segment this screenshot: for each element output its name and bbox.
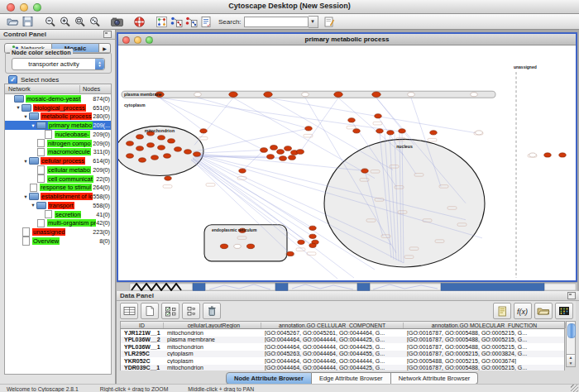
gene-node[interactable] (334, 92, 342, 97)
import-attributes-icon[interactable] (534, 303, 553, 319)
scroll-up-icon[interactable]: ▲ (569, 355, 573, 361)
empty-node[interactable] (529, 153, 536, 157)
column-header-3[interactable]: annotation.GO MOLECULAR_FUNCTION (404, 323, 566, 328)
table-row[interactable]: YKR052Ccytoplasm[GO:0044464, GO:0044446,… (121, 357, 564, 365)
tree-item-biological-process[interactable]: ▼biological_process651(0) (5, 103, 111, 112)
help-icon[interactable] (132, 15, 146, 29)
chevron-down-icon[interactable]: ▼ (309, 16, 318, 28)
gene-node[interactable] (270, 146, 278, 151)
gene-node[interactable] (298, 240, 304, 244)
gene-node[interactable] (168, 139, 175, 143)
column-header-1[interactable]: _cellularLayoutRegion (164, 323, 261, 328)
edge[interactable] (194, 98, 233, 145)
zoom-out-icon[interactable] (42, 15, 57, 29)
gene-node[interactable] (136, 146, 144, 151)
empty-node[interactable] (234, 244, 241, 248)
gene-node[interactable] (246, 244, 254, 249)
gene-node[interactable] (175, 147, 182, 151)
disclosure-triangle-icon[interactable]: ▼ (30, 123, 36, 128)
zoom-selected-icon[interactable] (87, 15, 102, 29)
import-edge-attributes-icon[interactable] (184, 15, 199, 29)
gene-node[interactable] (285, 146, 292, 151)
table-row[interactable]: YPL036W__2plasma membrane[GO:0044464, GO… (121, 337, 564, 344)
network-view-titlebar[interactable]: primary metabolic process (118, 34, 576, 45)
gene-node[interactable] (165, 176, 171, 180)
search-options-icon[interactable] (322, 15, 337, 29)
select-attributes-icon[interactable] (161, 303, 179, 319)
scrollbar-arrows[interactable]: ▲▼ (566, 354, 576, 367)
resize-grip[interactable] (571, 385, 578, 392)
gene-node[interactable] (559, 153, 566, 157)
delete-attribute-icon[interactable] (203, 303, 221, 319)
column-header-0[interactable]: ID (121, 323, 164, 328)
tree-item-establishment-of-lo[interactable]: ▼establishment of lo558(0) (5, 192, 111, 201)
edge[interactable] (300, 98, 338, 151)
disclosure-triangle-icon[interactable]: ▼ (15, 105, 22, 110)
gene-node[interactable] (372, 92, 380, 97)
tree-item-multi-organism-pro[interactable]: multi-organism pro42(0) (5, 219, 111, 228)
tree-item-secretion[interactable]: secretion41(0) (5, 210, 111, 219)
gene-node[interactable] (239, 169, 246, 173)
gene-node[interactable] (309, 226, 316, 230)
tree-item-cell-communicat[interactable]: cell communicat22(0) (5, 174, 111, 184)
gene-node[interactable] (430, 131, 437, 135)
gene-node[interactable] (375, 114, 381, 118)
edge[interactable] (160, 98, 402, 131)
tree-item-transport[interactable]: ▼transport558(0) (5, 201, 111, 210)
disclosure-triangle-icon[interactable]: ▼ (22, 159, 29, 164)
tree-item-nitrogen-compo[interactable]: nitrogen compo209(0) (5, 139, 111, 148)
gene-node[interactable] (164, 154, 171, 158)
gene-node[interactable] (267, 155, 275, 160)
tab-node-attribute-browser[interactable]: Node Attribute Browser (226, 372, 312, 385)
gene-node[interactable] (151, 155, 159, 160)
edge[interactable] (198, 98, 309, 128)
gene-node[interactable] (200, 129, 207, 133)
gene-node[interactable] (158, 146, 165, 150)
disclosure-triangle-icon[interactable]: ▼ (30, 203, 36, 208)
column-header-2[interactable]: annotation.GO CELLULAR_COMPONENT (261, 323, 404, 328)
table-row[interactable]: YLR295Ccytoplasm[GO:0045263, GO:0044464,… (121, 351, 564, 358)
gene-node[interactable] (261, 148, 268, 153)
gene-node[interactable] (127, 141, 134, 146)
gene-node[interactable] (139, 158, 146, 162)
gene-node[interactable] (264, 92, 272, 97)
tree-item-mosaic-demo-yeast[interactable]: mosaic-demo-yeast874(0) (5, 94, 111, 103)
gene-node[interactable] (376, 129, 383, 133)
gene-node[interactable] (136, 135, 144, 139)
tab-network-attribute-browser[interactable]: Network Attribute Browser (391, 372, 479, 385)
gene-node[interactable] (194, 152, 201, 156)
empty-node[interactable] (302, 93, 309, 97)
gene-node[interactable] (305, 127, 312, 131)
gene-node[interactable] (399, 129, 405, 133)
edge[interactable] (268, 98, 479, 133)
tree-item-cellular-process[interactable]: ▼cellular process614(0) (5, 156, 111, 165)
gene-node[interactable] (353, 129, 360, 133)
tree-item-nucleobase-[interactable]: nucleobase-209(0) (5, 130, 111, 139)
gene-node[interactable] (280, 156, 287, 161)
open-file-icon[interactable] (5, 15, 20, 29)
gene-node[interactable] (158, 136, 165, 140)
tree-item-unassigned[interactable]: unassigned223(0) (5, 227, 111, 237)
edge[interactable] (233, 98, 375, 178)
tree-item-cellular-metabo[interactable]: cellular metabo209(0) (5, 165, 111, 174)
network-graph[interactable]: plasma membranecytoplasmmitochondrionnuc… (118, 45, 576, 280)
zoom-fit-icon[interactable] (72, 15, 87, 29)
gene-node[interactable] (309, 243, 316, 247)
layout-icon[interactable] (154, 15, 169, 29)
gene-node[interactable] (309, 234, 316, 238)
node-color-dropdown[interactable]: transporter activity ▲▼ (12, 58, 105, 70)
gene-node[interactable] (544, 153, 551, 157)
attribute-select-icon[interactable] (120, 303, 138, 319)
tree-col-network[interactable]: Network (5, 85, 79, 93)
disclosure-triangle-icon[interactable]: ▼ (22, 114, 29, 119)
search-input[interactable] (244, 17, 309, 27)
empty-node[interactable] (194, 93, 201, 97)
tree-item-overview[interactable]: Overview8(0) (5, 237, 111, 246)
annotation-icon[interactable] (199, 15, 213, 29)
tree-item-primary-metabo[interactable]: ▼primary metabo209(... (5, 121, 111, 130)
tree-item-response-to-stimul[interactable]: response to stimul264(0) (5, 184, 111, 193)
scrollbar-thumb[interactable] (567, 323, 576, 338)
gene-node[interactable] (348, 118, 355, 122)
unselect-attributes-icon[interactable] (182, 303, 200, 319)
formula-paste-icon[interactable] (493, 303, 511, 319)
